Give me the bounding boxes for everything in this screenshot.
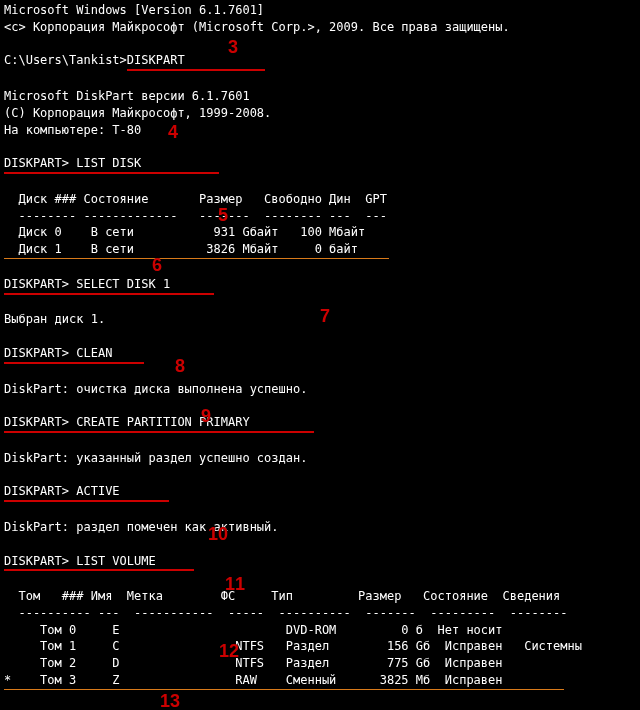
shell-path: C:\Users\Tankist> bbox=[4, 53, 127, 67]
cmd-list-disk: LIST DISK bbox=[76, 156, 141, 170]
vol-row-2: Том 2 D NTFS Раздел 775 Gб Исправен bbox=[4, 655, 636, 672]
cmd-create-partition: CREATE PARTITION PRIMARY bbox=[76, 415, 249, 429]
cmd-clean: CLEAN bbox=[76, 346, 112, 360]
step-6-label: 6 bbox=[152, 253, 162, 278]
cmd-active: ACTIVE bbox=[76, 484, 119, 498]
vol-table-divider: ---------- --- ----------- ----- -------… bbox=[4, 605, 636, 622]
cmd-list-volume: LIST VOLUME bbox=[76, 554, 155, 568]
step-9-label: 9 bbox=[201, 404, 211, 429]
step-13-label: 13 bbox=[160, 689, 180, 710]
disk-row-1: Диск 1 В сети 3826 Мбайт 0 байт bbox=[4, 241, 636, 259]
step-4-label: 4 bbox=[168, 120, 178, 145]
step-10-label: 10 bbox=[208, 522, 228, 547]
prompt-list-disk[interactable]: DISKPART> LIST DISK bbox=[4, 155, 636, 174]
prompt-clean[interactable]: DISKPART> CLEAN bbox=[4, 345, 636, 364]
prompt-active[interactable]: DISKPART> ACTIVE bbox=[4, 483, 636, 502]
vol-row-0: Том 0 E DVD-ROM 0 б Нет носит bbox=[4, 622, 636, 639]
disk-table-divider: -------- ------------- ------- -------- … bbox=[4, 208, 636, 225]
os-version: Microsoft Windows [Version 6.1.7601] bbox=[4, 2, 636, 19]
vol-row-3: * Том 3 Z RAW Сменный 3825 Мб Исправен bbox=[4, 672, 636, 690]
prompt-select-disk[interactable]: DISKPART> SELECT DISK 1 bbox=[4, 276, 636, 295]
vol-table-header: Том ### Имя Метка ФС Тип Размер Состояни… bbox=[4, 588, 636, 605]
disk-row-0: Диск 0 В сети 931 Gбайт 100 Мбайт bbox=[4, 224, 636, 241]
diskpart-copyright: (С) Корпорация Майкрософт, 1999-2008. bbox=[4, 105, 636, 122]
step-11-label: 11 bbox=[225, 572, 245, 597]
msg-create: DiskPart: указанный раздел успешно созда… bbox=[4, 450, 636, 467]
step-12-label: 12 bbox=[219, 639, 239, 664]
cmd-select-disk: SELECT DISK 1 bbox=[76, 277, 170, 291]
step-7-label: 7 bbox=[320, 304, 330, 329]
cmd-diskpart: DISKPART bbox=[127, 52, 265, 71]
prompt-list-volume[interactable]: DISKPART> LIST VOLUME bbox=[4, 553, 636, 572]
os-copyright: <с> Корпорация Майкрософт (Microsoft Cor… bbox=[4, 19, 636, 36]
step-3-label: 3 bbox=[228, 35, 238, 60]
step-8-label: 8 bbox=[175, 354, 185, 379]
step-5-label: 5 bbox=[218, 203, 228, 228]
dp-prompt: DISKPART> bbox=[4, 156, 76, 170]
msg-active: DiskPart: раздел помечен как активный. bbox=[4, 519, 636, 536]
diskpart-computer: На компьютере: T-80 bbox=[4, 122, 636, 139]
diskpart-version: Microsoft DiskPart версии 6.1.7601 bbox=[4, 88, 636, 105]
prompt-create-partition[interactable]: DISKPART> CREATE PARTITION PRIMARY bbox=[4, 414, 636, 433]
disk-table-header: Диск ### Состояние Размер Свободно Дин G… bbox=[4, 191, 636, 208]
msg-clean: DiskPart: очистка диска выполнена успешн… bbox=[4, 381, 636, 398]
prompt-diskpart[interactable]: C:\Users\Tankist>DISKPART bbox=[4, 52, 636, 71]
vol-row-1: Том 1 C NTFS Раздел 156 Gб Исправен Сист… bbox=[4, 638, 636, 655]
